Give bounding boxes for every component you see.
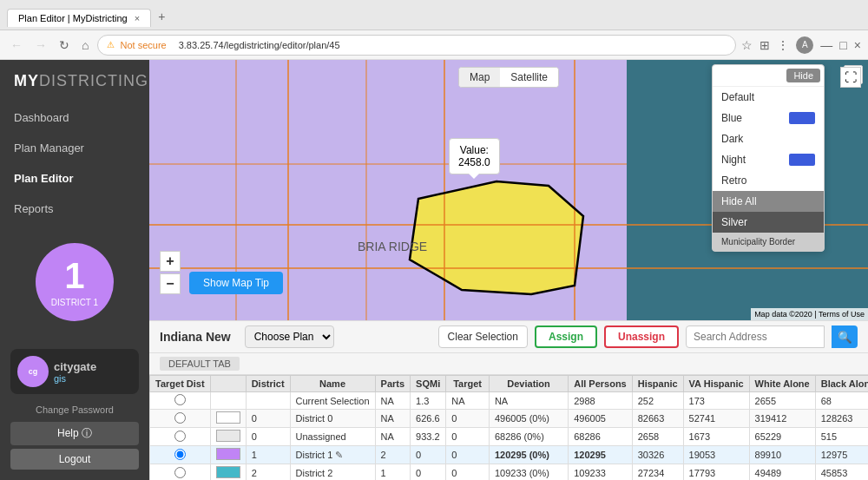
style-retro[interactable]: Retro (713, 170, 824, 191)
address-bar[interactable]: ⚠ Not secure 3.83.25.74/legdistricting/e… (97, 35, 736, 56)
cell-white-alone: 49489 (749, 464, 815, 481)
district-circle: 1 DISTRICT 1 (36, 243, 114, 321)
sidebar-item-dashboard[interactable]: Dashboard (0, 102, 149, 133)
refresh-button[interactable]: ↻ (56, 36, 73, 54)
cell-black-alone: 515 (815, 428, 868, 446)
cell-va-hispanic: 173 (683, 392, 749, 410)
change-password-link[interactable]: Change Password (10, 401, 139, 418)
active-tab[interactable]: Plan Editor | MyDistricting × (7, 9, 151, 27)
browser-chrome: Plan Editor | MyDistricting × + (0, 0, 868, 30)
cell-target: 0 (446, 428, 490, 446)
cell-va-hispanic: 19053 (683, 446, 749, 464)
search-address-input[interactable] (686, 325, 825, 348)
style-blue[interactable]: Blue (713, 108, 824, 128)
cell-parts: NA (375, 410, 411, 428)
back-button[interactable]: ← (7, 36, 26, 54)
table-header: Target Dist District Name Parts SQMi Tar… (150, 376, 869, 392)
col-color (210, 376, 246, 392)
main-content: BRIA RIDGE Map Satellite Value: 2458.0 H… (149, 60, 868, 480)
map-type-bar: Map Satellite (458, 67, 559, 88)
user-avatar[interactable]: A (796, 36, 813, 54)
col-all-persons: All Persons (569, 376, 633, 392)
cell-swatch (210, 392, 246, 410)
cell-all-persons: 2988 (569, 392, 633, 410)
col-va-hispanic: VA Hispanic (683, 376, 749, 392)
table-row: 1 District 1 ✎ 2 0 0 120295 (0%) 120295 … (150, 446, 869, 464)
extensions-icon[interactable]: ⊞ (760, 38, 770, 52)
browser-nav: ← → ↻ ⌂ ⚠ Not secure 3.83.25.74/legdistr… (0, 30, 868, 60)
window-close-icon[interactable]: × (854, 38, 861, 52)
app-logo: MYDISTRICTING (0, 60, 149, 102)
cell-radio[interactable] (150, 428, 211, 446)
citygate-logo: cg citygate gis (10, 349, 139, 394)
style-silver[interactable]: Silver (713, 212, 824, 233)
help-button[interactable]: Help ⓘ (10, 422, 139, 445)
zoom-out-button[interactable]: − (160, 273, 181, 294)
style-night[interactable]: Night (713, 149, 824, 170)
star-icon[interactable]: ☆ (741, 38, 753, 52)
col-target: Target (446, 376, 490, 392)
sidebar-item-plan-manager[interactable]: Plan Manager (0, 133, 149, 163)
forward-button[interactable]: → (31, 36, 50, 54)
cell-parts: 2 (375, 446, 411, 464)
cell-swatch (210, 464, 246, 481)
sidebar-item-plan-editor[interactable]: Plan Editor (0, 163, 149, 194)
cell-name: Unassigned (290, 428, 375, 446)
table-row: Current Selection NA 1.3 NA NA 2988 252 … (150, 392, 869, 410)
home-button[interactable]: ⌂ (78, 36, 92, 54)
cell-radio[interactable] (150, 464, 211, 481)
cell-white-alone: 319412 (749, 410, 815, 428)
cell-black-alone: 68 (815, 392, 868, 410)
map-attribution: Map data ©2020 | Terms of Use (751, 308, 868, 320)
col-target-dist: Target Dist (150, 376, 211, 392)
cell-radio[interactable] (150, 446, 211, 464)
search-icon: 🔍 (838, 331, 852, 344)
edit-icon[interactable]: ✎ (335, 450, 343, 460)
cell-parts: 1 (375, 464, 411, 481)
cell-radio[interactable] (150, 410, 211, 428)
cell-all-persons: 496005 (569, 410, 633, 428)
style-dark[interactable]: Dark (713, 128, 824, 149)
citygate-label: cg (29, 367, 38, 376)
style-default[interactable]: Default (713, 87, 824, 108)
hide-all-button[interactable]: Hide All (713, 191, 824, 212)
cell-sqmi: 0 (411, 446, 446, 464)
security-icon: ⚠ (107, 40, 115, 49)
plan-select[interactable]: Choose Plan (245, 325, 334, 348)
table-header-row: Target Dist District Name Parts SQMi Tar… (150, 376, 869, 392)
default-tab[interactable]: DEFAULT TAB (160, 357, 240, 371)
map-type-satellite[interactable]: Satellite (500, 68, 558, 87)
assign-button[interactable]: Assign (535, 325, 597, 348)
search-address-button[interactable]: 🔍 (832, 325, 858, 348)
sidebar-bottom: cg citygate gis Change Password Help ⓘ L… (0, 339, 149, 480)
minimize-icon[interactable]: — (820, 38, 832, 52)
cell-hispanic: 27234 (632, 464, 683, 481)
zoom-in-button[interactable]: + (160, 251, 181, 272)
table-area: DEFAULT TAB Target Dist District Name Pa… (149, 353, 868, 480)
show-map-tip-button[interactable]: Show Map Tip (189, 272, 283, 294)
cell-deviation: 109233 (0%) (489, 464, 568, 481)
cell-va-hispanic: 1673 (683, 428, 749, 446)
cell-name: District 0 (290, 410, 375, 428)
cell-radio[interactable] (150, 392, 211, 410)
clear-selection-button[interactable]: Clear Selection (438, 325, 528, 348)
settings-icon[interactable]: ⋮ (777, 38, 789, 52)
tab-close-icon[interactable]: × (135, 13, 140, 23)
map-style-panel: Hide Default Blue Dark Night Retro Hide … (712, 64, 825, 252)
new-tab-button[interactable]: + (151, 6, 172, 27)
municipality-border[interactable]: Municipality Border (713, 233, 824, 251)
restore-icon[interactable]: □ (839, 38, 846, 52)
map-fullscreen-button[interactable]: ⛶ (840, 67, 861, 88)
unassign-button[interactable]: Unassign (604, 325, 679, 348)
col-deviation: Deviation (489, 376, 568, 392)
hide-button[interactable]: Hide (786, 69, 820, 82)
svg-text:BRIA   RIDGE: BRIA RIDGE (358, 240, 427, 253)
table-row: 0 District 0 NA 626.6 0 496005 (0%) 4960… (150, 410, 869, 428)
map-type-map[interactable]: Map (459, 68, 500, 87)
browser-tabs: Plan Editor | MyDistricting × + (7, 3, 172, 27)
citygate-gis: gis (54, 373, 96, 384)
url-text: 3.83.25.74/legdistricting/editor/plan/45 (179, 40, 340, 50)
sidebar-item-reports[interactable]: Reports (0, 194, 149, 224)
logout-button[interactable]: Logout (10, 449, 139, 470)
plan-name: Indiana New (160, 330, 231, 344)
